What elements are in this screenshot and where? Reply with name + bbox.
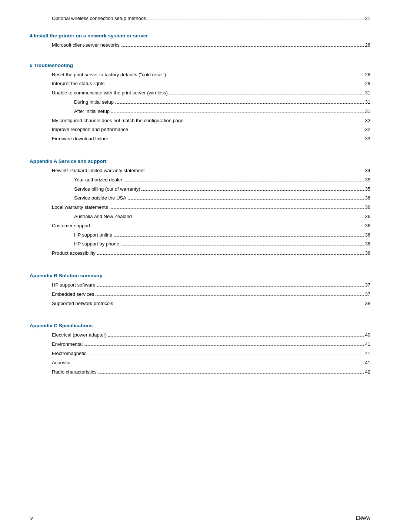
toc-entry-service-billing: Service billing (out of warranty) 35 — [30, 185, 370, 193]
toc-dots-hp-software — [97, 286, 364, 287]
toc-dots-radio — [98, 373, 364, 374]
toc-label-initial-setup: During initial setup — [74, 98, 114, 106]
toc-entry-acoustic: Acoustic 41 — [30, 359, 370, 367]
appendixB-heading: Appendix B Solution summary — [30, 273, 370, 278]
appendixC-heading: Appendix C Specifications — [30, 323, 370, 328]
toc-label-authorized-dealer: Your authorized dealer — [74, 176, 122, 184]
toc-page-environmental: 41 — [365, 341, 370, 348]
toc-dots-product-accessibility — [97, 254, 364, 255]
toc-dots-microsoft — [121, 46, 364, 47]
toc-label-radio: Radio characteristics — [52, 368, 97, 376]
toc-label-hp-support-online: HP support online — [74, 231, 112, 239]
toc-entry-network-protocols: Supported network protocols 38 — [30, 300, 370, 308]
toc-page-improve: 32 — [365, 126, 370, 134]
toc-dots-channel — [185, 122, 364, 122]
toc-page-electrical: 40 — [365, 331, 370, 339]
page-footer: iv ENWW — [0, 516, 400, 521]
toc-label-hp-warranty: Hewlett-Packard limited warranty stateme… — [52, 167, 145, 175]
toc-entry-authorized-dealer: Your authorized dealer 35 — [30, 176, 370, 184]
toc-dots-wireless — [147, 20, 363, 20]
toc-page-reset: 28 — [365, 71, 370, 79]
toc-dots-status — [106, 85, 363, 85]
toc-page-hp-support-online: 36 — [365, 231, 370, 239]
toc-label-status: Interpret the status lights — [52, 80, 104, 88]
toc-dots-authorized-dealer — [124, 181, 363, 181]
toc-entry-australia: Australia and New Zealand 36 — [30, 213, 370, 221]
toc-entry-hp-support-online: HP support online 36 — [30, 231, 370, 239]
toc-dots-firmware — [110, 140, 363, 140]
toc-entry-environmental: Environmental 41 — [30, 341, 370, 348]
toc-container: Optional wireless connection setup metho… — [30, 15, 370, 376]
toc-page-service-billing: 35 — [365, 185, 370, 193]
toc-entry-embedded-services: Embedded services 37 — [30, 291, 370, 298]
toc-page-network-protocols: 38 — [365, 300, 370, 308]
toc-label-customer-support: Customer support — [52, 222, 90, 230]
toc-dots-service-billing — [141, 190, 363, 191]
toc-label-embedded-services: Embedded services — [52, 291, 94, 298]
footer-right: ENWW — [356, 516, 370, 521]
toc-page-service-outside: 36 — [365, 194, 370, 202]
toc-dots-after-setup — [111, 113, 363, 113]
section4-heading: 4 Install the printer on a network syste… — [30, 33, 370, 39]
toc-page-embedded-services: 37 — [365, 291, 370, 298]
toc-entry-local-warranty: Local warranty statements 36 — [30, 204, 370, 211]
toc-entry-status: Interpret the status lights 29 — [30, 80, 370, 88]
toc-page-local-warranty: 36 — [365, 204, 370, 211]
appendixA-heading: Appendix A Service and support — [30, 158, 370, 164]
toc-entry-microsoft: Microsoft client-server networks 26 — [30, 41, 370, 49]
toc-label-local-warranty: Local warranty statements — [52, 204, 108, 211]
toc-entry-electrical: Electrical (power adapter) 40 — [30, 331, 370, 339]
toc-label-microsoft: Microsoft client-server networks — [52, 41, 120, 49]
toc-page-microsoft: 26 — [365, 41, 370, 49]
toc-entry-after-setup: After initial setup 31 — [30, 108, 370, 116]
toc-dots-unable — [169, 94, 364, 94]
toc-page-firmware: 33 — [365, 135, 370, 143]
toc-dots-australia — [133, 218, 363, 218]
toc-page-initial-setup: 31 — [365, 98, 370, 106]
toc-dots-network-protocols — [114, 305, 363, 305]
toc-label-electrical: Electrical (power adapter) — [52, 331, 107, 339]
toc-page-unable: 31 — [365, 89, 370, 97]
toc-page-wireless: 21 — [365, 15, 370, 23]
toc-label-product-accessibility: Product accessibility — [52, 250, 96, 257]
toc-dots-electromagnetic — [88, 355, 363, 355]
toc-page-after-setup: 31 — [365, 108, 370, 116]
toc-label-wireless: Optional wireless connection setup metho… — [52, 15, 146, 23]
toc-page-acoustic: 41 — [365, 359, 370, 367]
toc-entry-hp-support-phone: HP support by phone 36 — [30, 240, 370, 248]
toc-page-authorized-dealer: 35 — [365, 176, 370, 184]
footer-left: iv — [30, 516, 33, 521]
toc-entry-customer-support: Customer support 36 — [30, 222, 370, 230]
toc-entry-product-accessibility: Product accessibility 36 — [30, 250, 370, 257]
section5-heading: 5 Troubleshooting — [30, 63, 370, 68]
toc-label-hp-support-phone: HP support by phone — [74, 240, 119, 248]
toc-dots-environmental — [84, 345, 363, 346]
toc-label-service-outside: Service outside the USA — [74, 194, 126, 202]
toc-entry-radio: Radio characteristics 42 — [30, 368, 370, 376]
toc-label-australia: Australia and New Zealand — [74, 213, 132, 221]
toc-entry-firmware: Firmware download failure 33 — [30, 135, 370, 143]
toc-dots-embedded-services — [96, 295, 363, 296]
toc-label-hp-software: HP support software — [52, 281, 96, 289]
toc-label-improve: Improve reception and performance — [52, 126, 128, 134]
toc-entry-initial-setup: During initial setup 31 — [30, 98, 370, 106]
toc-entry-hp-software: HP support software 37 — [30, 281, 370, 289]
toc-label-unable: Unable to communicate with the print ser… — [52, 89, 168, 97]
toc-entry-wireless: Optional wireless connection setup metho… — [30, 15, 370, 23]
toc-entry-service-outside: Service outside the USA 36 — [30, 194, 370, 202]
toc-entry-improve: Improve reception and performance 32 — [30, 126, 370, 134]
toc-label-after-setup: After initial setup — [74, 108, 110, 116]
toc-dots-service-outside — [128, 199, 364, 200]
toc-page-hp-warranty: 34 — [365, 167, 370, 175]
toc-page-status: 29 — [365, 80, 370, 88]
toc-dots-reset — [167, 76, 363, 76]
toc-entry-unable: Unable to communicate with the print ser… — [30, 89, 370, 97]
toc-page-electromagnetic: 41 — [365, 350, 370, 358]
toc-dots-customer-support — [91, 227, 363, 227]
toc-page-hp-support-phone: 36 — [365, 240, 370, 248]
toc-label-electromagnetic: Electromagnetic — [52, 350, 86, 358]
toc-entry-electromagnetic: Electromagnetic 41 — [30, 350, 370, 358]
toc-label-channel: My configured channel does not match the… — [52, 117, 184, 125]
toc-label-acoustic: Acoustic — [52, 359, 70, 367]
toc-page-channel: 32 — [365, 117, 370, 125]
